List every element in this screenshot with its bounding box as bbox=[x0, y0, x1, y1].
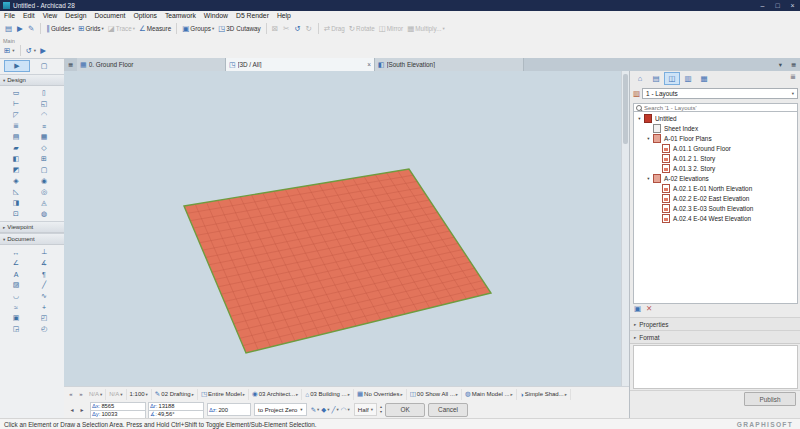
toolbar-button[interactable]: ↺ bbox=[292, 22, 303, 35]
tool-icon[interactable]: ∠ bbox=[4, 258, 28, 268]
menu-item[interactable]: Options bbox=[129, 12, 160, 19]
tool-icon[interactable]: ∡ bbox=[32, 258, 56, 268]
toolbar-button[interactable] bbox=[318, 23, 319, 34]
quick-option[interactable]: ◫ 00 Show All ... ▸ bbox=[407, 389, 462, 400]
tree-item[interactable]: ▾ Untitled bbox=[634, 113, 797, 123]
toolbar-button[interactable]: ◪ Trace ▾ bbox=[106, 22, 137, 35]
navigator-map-icon[interactable]: ▥ bbox=[681, 73, 695, 84]
menu-item[interactable]: Design bbox=[61, 12, 90, 19]
menu-item[interactable]: Help bbox=[273, 12, 295, 19]
delete-icon[interactable]: ✕ bbox=[646, 304, 652, 313]
toolbar-button[interactable]: ⊞ ▾ bbox=[2, 44, 17, 57]
navigator-search-input[interactable] bbox=[644, 105, 795, 111]
pen-tool-button[interactable]: ◠ ▾ bbox=[340, 406, 351, 414]
tree-item[interactable]: A.02.1 E-01 North Elevation bbox=[634, 183, 797, 193]
menu-item[interactable]: File bbox=[0, 12, 19, 19]
pen-tool-button[interactable]: ◆ ▾ bbox=[320, 406, 330, 414]
navigator-map-icon[interactable]: ◫ bbox=[665, 73, 679, 84]
cancel-button[interactable]: Cancel bbox=[428, 403, 468, 417]
menu-item[interactable]: Edit bbox=[19, 12, 39, 19]
tab-overview-icon[interactable]: ≣ bbox=[64, 58, 77, 71]
toolbar-button[interactable]: ▶ bbox=[38, 44, 49, 57]
quick-option[interactable]: ⌂ 03 Building ... ▸ bbox=[302, 389, 354, 400]
tool-icon[interactable]: ◸ bbox=[4, 110, 28, 120]
minimize-button[interactable]: – bbox=[755, 0, 770, 11]
quick-options-icon[interactable]: « bbox=[66, 391, 76, 397]
tree-item[interactable]: A.01.1 Ground Floor bbox=[634, 143, 797, 153]
tool-icon[interactable]: ◰ bbox=[32, 313, 56, 323]
toolbar-button[interactable] bbox=[266, 23, 267, 34]
quick-option[interactable]: ◳ Entire Model ▸ bbox=[198, 389, 249, 400]
toolbar-button[interactable]: ◳ 3D Cutaway bbox=[216, 22, 262, 35]
toolbar-button[interactable]: ↺ ▾ bbox=[24, 44, 39, 57]
tree-item[interactable]: A.02.4 E-04 West Elevation bbox=[634, 213, 797, 223]
format-panel-header[interactable]: ▸ Format bbox=[630, 330, 800, 344]
tool-icon[interactable]: ▣ bbox=[4, 313, 28, 323]
coordinate-bar-icon[interactable]: ◂ bbox=[67, 406, 77, 413]
view-tab[interactable]: ▦ 0. Ground Floor bbox=[77, 58, 226, 71]
quick-option[interactable]: ◉ 03 Architect... ▸ bbox=[249, 389, 302, 400]
tree-item[interactable]: ▾ A-02 Elevations bbox=[634, 173, 797, 183]
menu-item[interactable]: D5 Render bbox=[232, 12, 273, 19]
toolbar-button[interactable]: ▦ Multiply... ▾ bbox=[405, 22, 447, 35]
vertical-scrollbar[interactable] bbox=[621, 71, 629, 386]
toolbar-button[interactable]: ⊠ bbox=[270, 22, 281, 35]
tool-icon[interactable]: ◎ bbox=[32, 187, 56, 197]
toolbar-button[interactable]: ⇄ Drag bbox=[322, 22, 347, 35]
pen-tool-button[interactable]: ✎ ▾ bbox=[310, 406, 321, 414]
view-tab[interactable]: ◧ [South Elevation] bbox=[375, 58, 524, 71]
tool-icon[interactable]: ◍ bbox=[32, 209, 56, 219]
tool-icon[interactable]: ◠ bbox=[32, 110, 56, 120]
quick-option[interactable]: ◍ Main Model ... ▸ bbox=[462, 389, 517, 400]
tool-icon[interactable]: ⊢ bbox=[4, 99, 28, 109]
tool-icon[interactable]: ◬ bbox=[32, 198, 56, 208]
tree-expand-icon[interactable]: ▾ bbox=[636, 116, 643, 121]
tracker-field[interactable]: Δy: 10033 bbox=[90, 410, 146, 419]
maximize-button[interactable]: □ bbox=[770, 0, 785, 11]
navigator-map-icon[interactable]: ▤ bbox=[649, 73, 663, 84]
toolbox-section-viewpoint[interactable]: ▸ Viewpoint bbox=[0, 221, 64, 233]
tool-icon[interactable]: + bbox=[32, 302, 56, 312]
scrollbar-thumb[interactable] bbox=[623, 74, 628, 144]
tree-expand-icon[interactable]: ▾ bbox=[645, 176, 652, 181]
toolbar-button[interactable]: ▶ bbox=[15, 22, 26, 35]
panel-menu-icon[interactable]: ≣ bbox=[787, 73, 799, 81]
quick-options-icon[interactable]: » bbox=[76, 391, 86, 397]
tool-icon[interactable]: ≡ bbox=[32, 121, 56, 131]
tool-icon[interactable]: ≈ bbox=[4, 302, 28, 312]
toolbar-button[interactable] bbox=[20, 45, 21, 56]
tree-item[interactable]: ▾ A-01 Floor Plans bbox=[634, 133, 797, 143]
toolbar-button[interactable]: ▣ Groups ▾ bbox=[180, 22, 216, 35]
toolbar-button[interactable]: ✎ bbox=[26, 22, 37, 35]
tree-item[interactable]: A.01.3 2. Story bbox=[634, 163, 797, 173]
toolbar-button[interactable]: ∠ Measure bbox=[137, 22, 173, 35]
tab-close-icon[interactable]: × bbox=[367, 61, 371, 68]
tree-item[interactable]: A.02.2 E-02 East Elevation bbox=[634, 193, 797, 203]
toolbar-button[interactable]: ∥ Guides ▾ bbox=[44, 22, 76, 35]
quick-option[interactable]: ▦ No Overrides ▸ bbox=[354, 389, 407, 400]
tool-icon[interactable]: ◴ bbox=[32, 324, 56, 334]
tool-icon[interactable]: ◈ bbox=[4, 176, 28, 186]
tool-icon[interactable]: ◇ bbox=[32, 143, 56, 153]
tool-icon[interactable]: ∿ bbox=[32, 291, 56, 301]
toolbox-section-document[interactable]: ▾ Document bbox=[0, 233, 64, 245]
tree-item[interactable]: A.01.2 1. Story bbox=[634, 153, 797, 163]
toolbar-button[interactable]: ↻ bbox=[304, 22, 315, 35]
tool-icon[interactable]: ◡ bbox=[4, 291, 28, 301]
tool-icon[interactable]: ◩ bbox=[4, 165, 28, 175]
properties-panel-header[interactable]: ▸ Properties bbox=[630, 317, 800, 331]
tool-icon[interactable]: ▭ bbox=[4, 88, 28, 98]
elevation-field[interactable]: Δz: 200 bbox=[207, 403, 251, 416]
navigator-tree-dropdown[interactable]: 1 - Layouts ▾ bbox=[642, 88, 798, 99]
update-icon[interactable]: ▣ bbox=[634, 304, 641, 313]
tree-item[interactable]: Sheet Index bbox=[634, 123, 797, 133]
quick-option[interactable]: 1:100 ▾ bbox=[127, 389, 152, 400]
tool-icon[interactable]: ◲ bbox=[4, 324, 28, 334]
toolbar-button[interactable]: ↻ Rotate bbox=[347, 22, 377, 35]
menu-item[interactable]: View bbox=[39, 12, 62, 19]
tool-icon[interactable]: ≣ bbox=[4, 121, 28, 131]
quick-option[interactable]: N/A ▾ bbox=[86, 389, 106, 400]
tool-icon[interactable]: A bbox=[4, 269, 28, 279]
view-tab[interactable]: ◳ [3D / All] × bbox=[226, 58, 375, 71]
tool-icon[interactable]: ◨ bbox=[4, 198, 28, 208]
